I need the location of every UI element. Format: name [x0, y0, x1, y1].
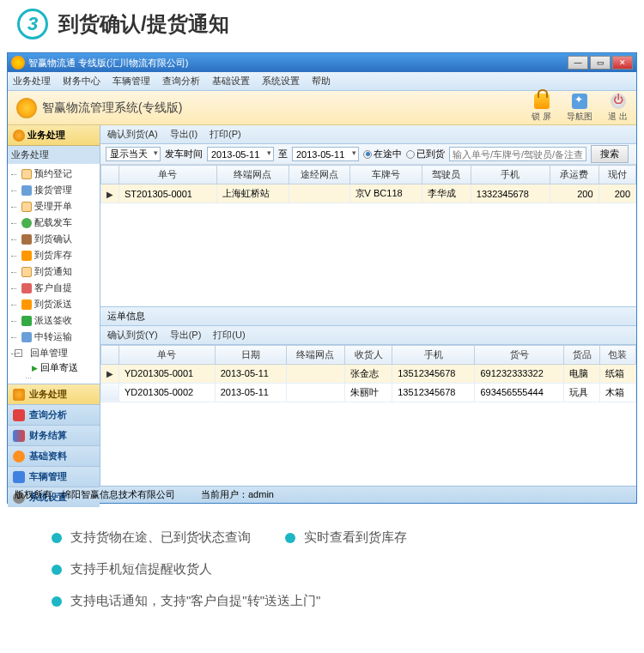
- menubar: 业务处理 财务中心 车辆管理 查询分析 基础设置 系统设置 帮助: [8, 72, 636, 91]
- menu-help[interactable]: 帮助: [312, 75, 331, 88]
- main-area: 确认到货(A) 导出(I) 打印(P) 显示当天 发车时间 2013-05-11…: [100, 125, 636, 486]
- copyright: 版权所有：绵阳智赢信息技术有限公司: [15, 488, 175, 501]
- tree-pickup[interactable]: 客户自提: [8, 280, 100, 296]
- search-button[interactable]: 搜索: [591, 145, 629, 163]
- col-terminal[interactable]: 终端网点: [286, 345, 344, 364]
- col-no[interactable]: 单号: [119, 345, 216, 364]
- tree-dispatch[interactable]: 配载发车: [8, 215, 100, 231]
- menu-vehicle[interactable]: 车辆管理: [112, 75, 150, 88]
- confirm-arrival-button[interactable]: 确认到货(A): [107, 128, 158, 141]
- statusbar: 版权所有：绵阳智赢信息技术有限公司 当前用户：admin: [8, 486, 636, 503]
- nav-button[interactable]: 导航图: [567, 94, 592, 123]
- car-icon: [13, 471, 25, 483]
- row-indicator: [101, 383, 119, 402]
- tree-arrive-confirm[interactable]: 到货确认: [8, 231, 100, 247]
- box-icon: [21, 234, 32, 245]
- feature-item: 支持手机短信提醒收货人: [52, 561, 212, 577]
- box-icon: [21, 251, 32, 261]
- gear-icon: [13, 130, 25, 142]
- tree-notify[interactable]: 到货通知: [8, 263, 100, 280]
- menu-query[interactable]: 查询分析: [162, 75, 200, 88]
- titlebar: 智赢物流通 专线版(汇川物流有限公司) — ▭ ✕: [8, 53, 636, 72]
- sign-icon: [21, 316, 32, 326]
- waybill-section-label: 运单信息: [100, 306, 636, 326]
- nav-business[interactable]: 业务处理: [8, 384, 100, 404]
- bullet-icon: [52, 596, 62, 607]
- feature-list: 支持货物在途、已到货状态查询 实时查看到货库存 支持手机短信提醒收货人 支持电话…: [0, 504, 644, 642]
- lock-icon: [534, 94, 550, 109]
- table-row[interactable]: YD201305-0002 2013-05-11 朱丽叶 13512345678…: [101, 383, 636, 402]
- tree-receive[interactable]: 接货管理: [8, 182, 100, 198]
- confirm-arrival-button-2[interactable]: 确认到货(Y): [107, 329, 158, 342]
- tree-sign[interactable]: 派送签收: [8, 312, 100, 329]
- sidebar: 业务处理 业务处理 预约登记 接货管理 受理开单 配载发车 到货确认 到货库存 …: [8, 125, 100, 486]
- brand: 智赢物流管理系统(专线版): [16, 98, 182, 118]
- row-selector-header: [101, 345, 119, 364]
- date-from-input[interactable]: 2013-05-11: [207, 147, 274, 161]
- maximize-button[interactable]: ▭: [590, 56, 611, 70]
- tree-order[interactable]: 受理开单: [8, 198, 100, 215]
- col-pay[interactable]: 现付: [598, 166, 635, 184]
- tree-transfer[interactable]: 中转运输: [8, 329, 100, 345]
- toolbar-top: 确认到货(A) 导出(I) 打印(P): [100, 125, 636, 144]
- col-phone[interactable]: 手机: [392, 345, 475, 364]
- col-via[interactable]: 途经网点: [289, 166, 350, 184]
- col-cargo-no[interactable]: 货号: [475, 345, 564, 364]
- col-plate[interactable]: 车牌号: [349, 166, 422, 184]
- tree-receipt-send[interactable]: ▶回单寄送: [8, 361, 100, 374]
- col-driver[interactable]: 驾驶员: [422, 166, 471, 184]
- sidebar-header: 业务处理: [8, 125, 100, 146]
- col-fee[interactable]: 承运费: [550, 166, 598, 184]
- menu-system[interactable]: 系统设置: [262, 75, 300, 88]
- export-button[interactable]: 导出(I): [170, 128, 197, 141]
- topbar: 智赢物流管理系统(专线版) 锁 屏 导航图 退 出: [8, 91, 636, 125]
- col-phone[interactable]: 手机: [471, 166, 550, 184]
- col-date[interactable]: 日期: [215, 345, 286, 364]
- menu-base[interactable]: 基础设置: [212, 75, 250, 88]
- tree-delivery[interactable]: 到货派送: [8, 296, 100, 312]
- tree-inventory[interactable]: 到货库存: [8, 247, 100, 263]
- radio-in-transit[interactable]: 在途中: [363, 148, 402, 160]
- table-row[interactable]: ▶ ST201305-0001 上海虹桥站 京V BC118 李华成 13323…: [101, 184, 636, 203]
- brand-icon: [16, 98, 37, 118]
- tree-reservation[interactable]: 预约登记: [8, 166, 100, 182]
- tree-receipt-mgmt[interactable]: − 回单管理: [8, 345, 100, 361]
- show-today-combo[interactable]: 显示当天: [106, 147, 161, 161]
- print-button[interactable]: 打印(P): [210, 128, 241, 141]
- brand-text: 智赢物流管理系统(专线版): [42, 100, 182, 116]
- feature-item: 支持电话通知，支持"客户自提"转"送送上门": [52, 593, 320, 609]
- menu-business[interactable]: 业务处理: [13, 75, 51, 88]
- compass-icon: [572, 94, 587, 109]
- radio-dot-icon: [406, 150, 415, 159]
- exit-button[interactable]: 退 出: [608, 94, 628, 123]
- col-terminal[interactable]: 终端网点: [216, 166, 289, 184]
- date-to-input[interactable]: 2013-05-11: [292, 147, 359, 161]
- app-icon: [11, 56, 25, 70]
- lock-button[interactable]: 锁 屏: [532, 94, 551, 123]
- nav-query[interactable]: 查询分析: [8, 404, 100, 425]
- nav-finance[interactable]: 财务结算: [8, 425, 100, 445]
- minimize-button[interactable]: —: [568, 56, 588, 70]
- search-input[interactable]: [449, 147, 586, 161]
- nav-base[interactable]: 基础资料: [8, 445, 100, 466]
- play-icon: ▶: [32, 364, 38, 372]
- nav-vehicle[interactable]: 车辆管理: [8, 466, 100, 487]
- search-icon: [13, 409, 25, 421]
- bullet-icon: [52, 565, 62, 575]
- doc-icon: [21, 169, 32, 179]
- col-no[interactable]: 单号: [119, 166, 217, 184]
- export-button-2[interactable]: 导出(P): [170, 329, 202, 342]
- radio-dot-icon: [363, 150, 372, 159]
- note-icon: [21, 267, 32, 277]
- table-row[interactable]: ▶ YD201305-0001 2013-05-11 张金志 135123456…: [101, 364, 636, 383]
- print-button-2[interactable]: 打印(U): [213, 329, 245, 342]
- col-goods[interactable]: 货品: [564, 345, 600, 364]
- col-recv[interactable]: 收货人: [345, 345, 392, 364]
- close-button[interactable]: ✕: [612, 56, 633, 70]
- menu-finance[interactable]: 财务中心: [63, 75, 100, 88]
- row-indicator: ▶: [101, 184, 119, 203]
- radio-arrived[interactable]: 已到货: [406, 148, 445, 160]
- collapse-icon[interactable]: −: [15, 349, 22, 357]
- col-pack[interactable]: 包装: [599, 345, 635, 364]
- tree: 预约登记 接货管理 受理开单 配载发车 到货确认 到货库存 到货通知 客户自提 …: [8, 164, 100, 384]
